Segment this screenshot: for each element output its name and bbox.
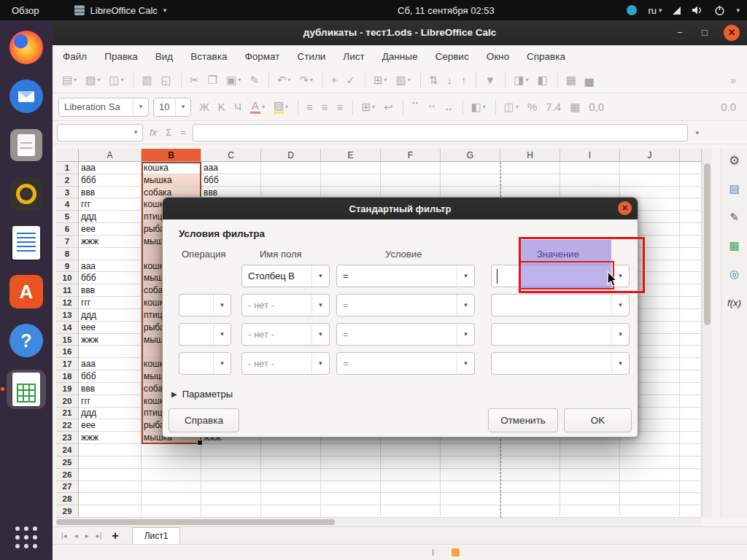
clone-formatting-icon[interactable]: ✎ <box>246 72 263 88</box>
cell-d27[interactable] <box>261 481 321 494</box>
cell-h29[interactable] <box>500 505 560 518</box>
row-header-14[interactable]: 14 <box>56 322 79 334</box>
redo-icon[interactable]: ↷▾ <box>295 72 317 88</box>
new-icon[interactable]: ▤▾ <box>58 72 80 88</box>
merge-cells-icon[interactable]: ⊞▾ <box>357 99 379 114</box>
sort-ascending-icon[interactable]: ↓ <box>443 72 456 88</box>
function-wizard-icon[interactable]: fx <box>147 127 159 138</box>
row-header-8[interactable]: 8 <box>56 248 79 260</box>
row-header-18[interactable]: 18 <box>56 370 79 383</box>
cell-c1[interactable]: ааа <box>201 162 261 174</box>
sort-descending-icon[interactable]: ↑ <box>457 72 471 88</box>
cell-h28[interactable] <box>500 493 560 505</box>
dock-thunderbird-icon[interactable] <box>7 77 46 116</box>
cell-c29[interactable] <box>201 505 261 518</box>
cell-f26[interactable] <box>381 469 441 481</box>
first-sheet-icon[interactable]: |◂ <box>58 532 70 540</box>
cell-f25[interactable] <box>381 456 441 469</box>
cell-c27[interactable] <box>201 481 261 494</box>
cell-a22[interactable]: еее <box>79 419 142 432</box>
print-icon[interactable]: ▥ <box>139 72 156 88</box>
cell-a28[interactable] <box>79 493 142 505</box>
cell-g24[interactable] <box>441 444 500 456</box>
cell-g29[interactable] <box>441 505 500 518</box>
cell-d1[interactable] <box>261 162 321 174</box>
cell-a29[interactable] <box>79 505 142 518</box>
row-header-7[interactable]: 7 <box>56 236 79 248</box>
field-combo-3[interactable]: - нет -▼ <box>241 323 330 346</box>
cell-a5[interactable]: ддд <box>79 211 142 223</box>
name-box[interactable]: ▼ <box>57 124 143 141</box>
row-header-24[interactable]: 24 <box>56 444 79 456</box>
cell-a2[interactable]: ббб <box>79 174 142 187</box>
dock-text-editor-icon[interactable] <box>7 125 46 165</box>
cell-j2[interactable] <box>620 174 680 187</box>
cell-a19[interactable]: ввв <box>79 383 142 395</box>
row-header-3[interactable]: 3 <box>56 187 79 199</box>
cell-i29[interactable] <box>560 505 620 518</box>
clock-button[interactable]: Сб, 11 сентября 02:53 <box>398 0 495 20</box>
cell-b27[interactable] <box>142 481 201 494</box>
cell-i26[interactable] <box>560 469 620 481</box>
dock-app-grid-button[interactable] <box>15 526 37 548</box>
copy-icon[interactable]: ❐ <box>204 72 221 88</box>
column-header-e[interactable]: E <box>321 149 381 162</box>
cell-j29[interactable] <box>620 505 680 518</box>
cell-e26[interactable] <box>321 469 381 481</box>
align-right-icon[interactable]: ≡ <box>333 99 347 114</box>
cell-a9[interactable]: ааа <box>79 260 142 273</box>
print-preview-icon[interactable]: ◱ <box>158 72 175 88</box>
row-header-21[interactable]: 21 <box>56 408 79 420</box>
cell-d25[interactable] <box>261 456 321 469</box>
cell-j1[interactable] <box>620 162 680 174</box>
align-bottom-icon[interactable]: ⠤ <box>441 99 457 114</box>
cell-c26[interactable] <box>201 469 261 481</box>
cell-h26[interactable] <box>500 469 560 481</box>
align-vcenter-icon[interactable]: ⠒ <box>425 99 440 114</box>
vertical-scrollbar-thumb[interactable] <box>704 163 711 325</box>
operation-combo-4[interactable]: ▼ <box>179 352 231 375</box>
currency-format-icon[interactable]: ◫▾ <box>500 99 522 114</box>
cell-i27[interactable] <box>560 481 620 494</box>
sidebar-settings-icon[interactable]: ⚙ <box>726 152 743 169</box>
cell-b24[interactable] <box>142 444 201 456</box>
font-name-combo[interactable]: Liberation Sa ▼ <box>58 98 149 117</box>
paste-icon[interactable]: ▣▾ <box>222 72 244 88</box>
cell-c28[interactable] <box>201 493 261 505</box>
row-header-1[interactable]: 1 <box>56 162 79 174</box>
row-header-27[interactable]: 27 <box>56 481 79 494</box>
field-combo-1[interactable]: Столбец B▼ <box>241 265 330 287</box>
cell-i28[interactable] <box>560 493 620 505</box>
row-header-22[interactable]: 22 <box>56 419 79 432</box>
cell-h27[interactable] <box>500 481 560 494</box>
cell-e25[interactable] <box>321 456 381 469</box>
cell-j25[interactable] <box>620 456 680 469</box>
horizontal-scrollbar[interactable] <box>56 518 702 526</box>
condition-combo-1[interactable]: =▼ <box>336 265 475 287</box>
cell-d26[interactable] <box>261 469 321 481</box>
cell-d2[interactable] <box>261 174 321 187</box>
cell-a21[interactable]: ддд <box>79 408 142 420</box>
cell-i1[interactable] <box>560 162 620 174</box>
menu-sheet[interactable]: Лист <box>343 51 364 62</box>
condition-combo-4[interactable]: =▼ <box>336 352 475 375</box>
cell-i2[interactable] <box>560 174 620 187</box>
menu-help[interactable]: Справка <box>527 51 565 62</box>
row-header-11[interactable]: 11 <box>56 284 79 297</box>
dock-firefox-icon[interactable] <box>7 28 46 67</box>
cell-a16[interactable] <box>79 346 142 358</box>
menu-format[interactable]: Формат <box>244 51 279 62</box>
row-header-9[interactable]: 9 <box>56 260 79 273</box>
column-header-c[interactable]: C <box>201 149 261 162</box>
row-header-19[interactable]: 19 <box>56 383 79 395</box>
maximize-button[interactable]: □ <box>699 27 711 38</box>
number-format-icon[interactable]: 7.4 <box>542 99 565 114</box>
table-icon[interactable]: ⊞▾ <box>370 72 391 88</box>
dock-calc-icon[interactable] <box>7 370 46 409</box>
cell-f29[interactable] <box>381 505 441 518</box>
bold-icon[interactable]: Ж <box>196 99 213 114</box>
column-header-g[interactable]: G <box>441 149 500 162</box>
date-format-icon[interactable]: ▦ <box>566 99 584 114</box>
dialog-close-button[interactable]: ✕ <box>618 201 632 215</box>
operation-combo-3[interactable]: ▼ <box>179 323 231 346</box>
